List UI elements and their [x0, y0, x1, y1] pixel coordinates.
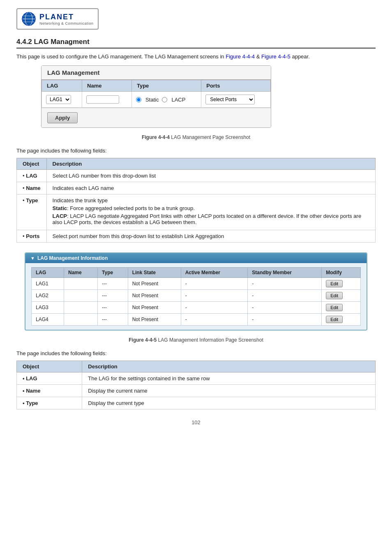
logo-box: PLANET Networking & Communication: [16, 8, 99, 30]
edit-button[interactable]: Edit: [326, 292, 343, 299]
info-linkstate-cell: Not Present: [128, 302, 181, 314]
fields-intro-2: The page includes the following fields:: [16, 350, 376, 356]
ports-col-header: Ports: [201, 80, 271, 92]
desc-name: Indicates each LAG name: [46, 182, 375, 194]
desc2-obj-cell: • Type: [17, 397, 82, 409]
name-col-header: Name: [82, 80, 132, 92]
desc2-desc-cell: The LAG for the settings contained in th…: [82, 372, 376, 385]
name-cell: [82, 92, 132, 108]
edit-button[interactable]: Edit: [326, 316, 343, 323]
info-name-header: Name: [64, 268, 98, 278]
type-col-header: Type: [131, 80, 201, 92]
info-standby-cell: -: [248, 314, 322, 326]
appear-text: appear.: [292, 53, 309, 60]
static-radio[interactable]: [136, 97, 141, 102]
info-type-cell: ---: [98, 290, 128, 302]
figure1-caption: Figure 4-4-4 LAG Management Page Screens…: [16, 134, 376, 140]
figure2-cap: LAG Management Information Page Screensh…: [158, 337, 263, 343]
info-active-cell: -: [181, 314, 248, 326]
info-modify-header: Modify: [322, 268, 361, 278]
between-text: &: [256, 53, 261, 60]
type-radio-group: Static LACP: [136, 97, 197, 103]
lag-info-title: LAG Management Information: [37, 255, 108, 261]
ports-dropdown[interactable]: Select Ports: [205, 95, 255, 104]
lag-cell: LAG1 LAG2 LAG3 LAG4: [42, 92, 82, 108]
desc2-row: • Type Display the current type: [17, 397, 376, 409]
desc2-desc-cell: Display the current name: [82, 385, 376, 397]
obj-type: • Type: [17, 194, 47, 230]
desc2-desc-cell: Display the current type: [82, 397, 376, 409]
desc-type: Indicates the trunk type Static: Force a…: [46, 194, 375, 230]
type-line2: Static: Force aggregated selected ports …: [53, 205, 369, 211]
name-input[interactable]: [86, 95, 119, 104]
type-desc-block: Indicates the trunk type Static: Force a…: [53, 197, 369, 225]
type-cell: Static LACP: [131, 92, 201, 108]
info-lag-header: LAG: [32, 268, 64, 278]
info-activemember-header: Active Member: [181, 268, 248, 278]
fig-link-1[interactable]: Figure 4-4-4: [226, 53, 255, 60]
lag-info-header-row: LAG Name Type Link State Active Member S…: [32, 268, 361, 278]
info-type-cell: ---: [98, 302, 128, 314]
logo-tagline: Networking & Communication: [39, 21, 94, 25]
section-intro: This page is used to configure the LAG m…: [16, 53, 376, 60]
static-label: Static: [145, 97, 159, 103]
info-lag-cell: LAG2: [32, 290, 64, 302]
fields-intro-1: The page includes the following fields:: [16, 148, 376, 154]
lacp-radio[interactable]: [162, 97, 167, 102]
apply-button[interactable]: Apply: [47, 112, 78, 123]
desc-row-name: • Name Indicates each LAG name: [17, 182, 376, 194]
lag-dropdown[interactable]: LAG1 LAG2 LAG3 LAG4: [46, 95, 71, 104]
desc-obj-header: Object: [17, 158, 47, 170]
desc-table-2: Object Description • LAG The LAG for the…: [16, 361, 376, 409]
desc2-obj-cell: • Name: [17, 385, 82, 397]
fig-link-2[interactable]: Figure 4-4-5: [261, 53, 291, 60]
obj-ports: • Ports: [17, 230, 47, 243]
info-linkstate-cell: Not Present: [128, 278, 181, 290]
info-name-cell: [64, 290, 98, 302]
lag-info-row: LAG1 --- Not Present - - Edit: [32, 278, 361, 290]
info-modify-cell: Edit: [322, 314, 361, 326]
figure2-label: Figure 4-4-5: [129, 337, 157, 343]
info-name-cell: [64, 278, 98, 290]
info-standby-cell: -: [248, 290, 322, 302]
desc-row-lag: • LAG Select LAG number from this drop-d…: [17, 170, 376, 182]
figure1-cap: LAG Management Page Screenshot: [171, 134, 250, 140]
collapse-arrow-icon[interactable]: ▼: [30, 256, 35, 261]
lag-col-header: LAG: [42, 80, 82, 92]
desc-lag: Select LAG number from this drop-down li…: [46, 170, 375, 182]
info-lag-cell: LAG1: [32, 278, 64, 290]
apply-row: Apply: [42, 108, 271, 127]
info-modify-cell: Edit: [322, 290, 361, 302]
desc-row-type: • Type Indicates the trunk type Static: …: [17, 194, 376, 230]
type-line1: Indicates the trunk type: [53, 197, 369, 204]
lag-info-table: LAG Name Type Link State Active Member S…: [31, 267, 361, 326]
lag-mgmt-row: LAG1 LAG2 LAG3 LAG4 Static LACP: [42, 92, 271, 108]
desc2-obj-cell: • LAG: [17, 372, 82, 385]
info-type-header: Type: [98, 268, 128, 278]
type-line3: LACP: LACP LAG negotiate Aggregated Port…: [53, 213, 369, 225]
planet-globe-icon: [21, 12, 36, 26]
info-name-cell: [64, 314, 98, 326]
ports-cell: Select Ports: [201, 92, 271, 108]
desc-table-1: Object Description • LAG Select LAG numb…: [16, 158, 376, 243]
lag-info-row: LAG3 --- Not Present - - Edit: [32, 302, 361, 314]
info-lag-cell: LAG3: [32, 302, 64, 314]
lag-mgmt-table: LAG Name Type Ports LAG1 LAG2 LAG3 LAG4: [42, 80, 271, 108]
lag-info-box: ▼ LAG Management Information LAG Name Ty…: [25, 252, 367, 331]
lag-management-box: LAG Management LAG Name Type Ports LAG1 …: [41, 65, 271, 128]
info-modify-cell: Edit: [322, 302, 361, 314]
desc2-row: • Name Display the current name: [17, 385, 376, 397]
info-name-cell: [64, 302, 98, 314]
edit-button[interactable]: Edit: [326, 304, 343, 311]
edit-button[interactable]: Edit: [326, 280, 343, 287]
info-type-cell: ---: [98, 278, 128, 290]
desc2-obj-header: Object: [17, 361, 82, 372]
info-standby-cell: -: [248, 278, 322, 290]
lag-info-row: LAG2 --- Not Present - - Edit: [32, 290, 361, 302]
info-lag-cell: LAG4: [32, 314, 64, 326]
info-standbymember-header: Standby Member: [248, 268, 322, 278]
info-standby-cell: -: [248, 302, 322, 314]
figure2-caption: Figure 4-4-5 LAG Management Information …: [16, 337, 376, 343]
logo-planet-name: PLANET: [39, 13, 94, 21]
info-active-cell: -: [181, 278, 248, 290]
